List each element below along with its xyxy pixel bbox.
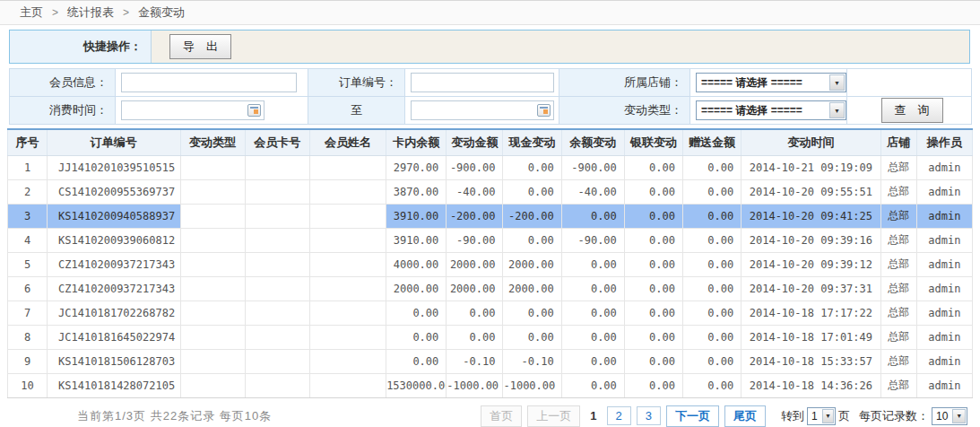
chevron-down-icon: ▼	[822, 409, 834, 423]
consume-time-start-input[interactable]	[121, 100, 265, 120]
table-cell	[180, 155, 245, 179]
table-cell	[245, 179, 309, 204]
table-cell: 0.00	[386, 301, 447, 325]
filter-empty-cell	[847, 69, 972, 97]
table-cell: 0.00	[503, 325, 561, 349]
filter-panel: 会员信息： 订单编号： 所属店铺： ===== 请选择 ===== ▼ 消费时间…	[9, 68, 972, 125]
table-cell: 4000.00	[386, 252, 447, 276]
table-cell: 总部	[880, 228, 916, 252]
table-row[interactable]: 6CZ14102009372173432000.002000.002000.00…	[8, 276, 973, 301]
table-cell: 2000.00	[447, 252, 503, 276]
table-cell: 0.00	[503, 179, 561, 204]
table-cell: CS1410200955369737	[48, 179, 180, 204]
page-last-button[interactable]: 尾页	[724, 405, 766, 427]
to-label: 至	[308, 97, 405, 125]
table-cell: admin	[916, 155, 972, 179]
table-cell: 1530000.00	[386, 373, 447, 397]
per-page-select[interactable]: 10 ▼	[932, 407, 967, 425]
table-header-row: 序号订单编号变动类型会员卡号会员姓名卡内余额变动金额现金变动余额变动银联变动赠送…	[8, 129, 973, 155]
table-cell: admin	[916, 301, 972, 325]
change-type-label: 变动类型：	[559, 97, 690, 125]
calendar-icon[interactable]	[537, 104, 551, 117]
table-cell: 0.00	[561, 325, 624, 349]
amount-change-table: 序号订单编号变动类型会员卡号会员姓名卡内余额变动金额现金变动余额变动银联变动赠送…	[7, 128, 973, 398]
page-prev-button: 上一页	[527, 405, 580, 427]
table-row[interactable]: 4KS14102009390608123910.00-90.000.00-90.…	[8, 228, 973, 252]
table-cell: 2014-10-20 09:39:16	[742, 228, 880, 252]
table-row[interactable]: 2CS14102009553697373870.00-40.000.00-40.…	[8, 179, 973, 204]
breadcrumb-home[interactable]: 主页	[20, 4, 43, 21]
page-next-button[interactable]: 下一页	[666, 405, 719, 427]
export-button[interactable]: 导 出	[169, 34, 231, 59]
table-cell: 0.00	[561, 349, 624, 373]
table-cell: 总部	[880, 204, 916, 228]
table-row[interactable]: 9KS14101815061287030.00-0.10-0.100.000.0…	[8, 349, 973, 373]
table-cell: 0.00	[624, 301, 682, 325]
column-header: 银联变动	[624, 129, 682, 155]
table-cell: 0.00	[503, 155, 561, 179]
table-cell	[245, 373, 309, 397]
table-row[interactable]: 5CZ14102009372173434000.002000.002000.00…	[8, 252, 973, 276]
breadcrumb-reports[interactable]: 统计报表	[67, 4, 114, 21]
quick-actions-body: 导 出	[152, 30, 969, 63]
table-row[interactable]: 10KS14101814280721051530000.00-1000.00-1…	[8, 373, 973, 397]
table-cell	[309, 252, 386, 276]
page-number-button[interactable]: 2	[607, 406, 631, 425]
table-cell: 8	[8, 325, 48, 349]
table-row[interactable]: 7JC14101817022687820.000.000.000.000.000…	[8, 301, 973, 325]
table-cell	[245, 252, 309, 276]
change-type-select[interactable]: ===== 请选择 ===== ▼	[696, 100, 846, 120]
table-cell: 0.00	[624, 349, 682, 373]
table-cell: JC1410181645022974	[48, 325, 180, 349]
table-cell: 0.00	[683, 252, 742, 276]
per-page-value: 10	[932, 408, 951, 424]
table-cell: -0.10	[447, 349, 503, 373]
table-cell	[180, 373, 245, 397]
table-cell: -0.10	[503, 349, 561, 373]
search-button[interactable]: 查 询	[881, 98, 943, 123]
table-cell: 0.00	[561, 301, 624, 325]
table-cell: admin	[916, 349, 972, 373]
table-cell	[180, 301, 245, 325]
calendar-icon[interactable]	[247, 104, 261, 117]
table-cell: KS1410200940588937	[48, 204, 180, 228]
table-cell: 0.00	[624, 204, 682, 228]
column-header: 赠送金额	[683, 129, 742, 155]
table-cell	[309, 228, 386, 252]
table-cell: 2014-10-18 15:33:57	[742, 349, 880, 373]
table-cell: 2014-10-18 14:36:26	[742, 373, 880, 397]
table-cell: 总部	[880, 325, 916, 349]
goto-suffix: 页	[838, 408, 850, 424]
consume-time-end-input[interactable]	[411, 100, 554, 120]
table-row[interactable]: 1JJ14102010395105152970.00-900.000.00-90…	[8, 155, 973, 179]
table-cell	[309, 301, 386, 325]
table-cell: 0.00	[386, 325, 447, 349]
table-cell: 0.00	[624, 276, 682, 301]
table-row[interactable]: 3KS14102009405889373910.00-200.00-200.00…	[8, 204, 973, 228]
chevron-down-icon: ▼	[952, 409, 966, 423]
table-cell: -90.00	[561, 228, 624, 252]
table-cell: -1000.00	[447, 373, 503, 397]
column-header: 店铺	[880, 129, 916, 155]
goto-label: 转到	[781, 408, 804, 424]
table-cell: 0.00	[683, 373, 742, 397]
table-cell	[309, 349, 386, 373]
table-cell	[180, 228, 245, 252]
table-row[interactable]: 8JC14101816450229740.000.000.000.000.000…	[8, 325, 973, 349]
table-cell: admin	[916, 325, 972, 349]
order-no-input[interactable]	[411, 73, 554, 92]
column-header: 会员卡号	[245, 129, 309, 155]
page-number-button[interactable]: 3	[637, 406, 661, 425]
table-cell: CZ1410200937217343	[48, 276, 180, 301]
table-cell	[180, 325, 245, 349]
table-cell: 0.00	[624, 373, 682, 397]
table-cell: -900.00	[561, 155, 624, 179]
consume-time-label: 消费时间：	[10, 97, 116, 125]
store-select[interactable]: ===== 请选择 ===== ▼	[696, 73, 846, 92]
member-info-input[interactable]	[121, 73, 297, 92]
table-cell: 2000.00	[503, 276, 561, 301]
column-header: 序号	[8, 129, 48, 155]
table-cell: -200.00	[503, 204, 561, 228]
table-cell: 0.00	[683, 179, 742, 204]
goto-page-select[interactable]: 1 ▼	[807, 407, 836, 425]
